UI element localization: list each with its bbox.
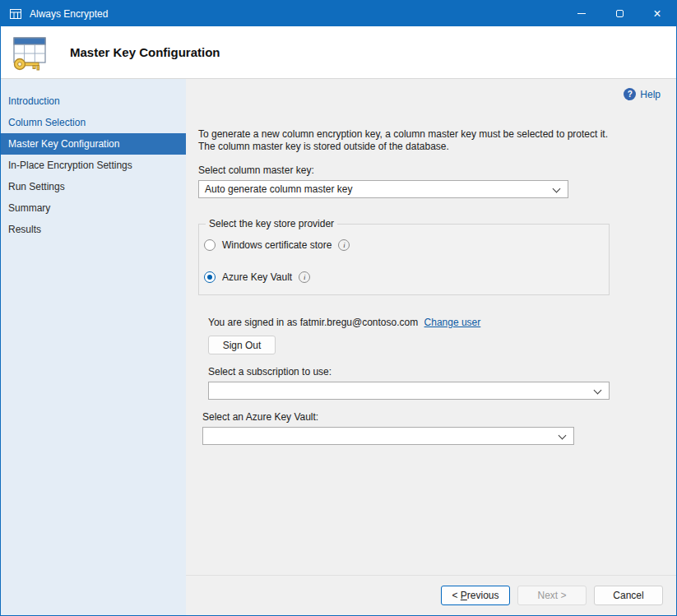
previous-button-rest: revious bbox=[467, 590, 499, 601]
main-column: ? Help To generate a new column encrypti… bbox=[186, 79, 676, 615]
info-icon[interactable]: i bbox=[299, 271, 310, 283]
page-content: ? Help To generate a new column encrypti… bbox=[186, 79, 676, 575]
help-icon: ? bbox=[624, 88, 636, 100]
azure-key-vault-label: Select an Azure Key Vault: bbox=[202, 411, 663, 423]
wizard-body: Introduction Column Selection Master Key… bbox=[1, 79, 676, 615]
radio-selected-icon bbox=[204, 271, 216, 283]
minimize-button[interactable] bbox=[563, 1, 600, 26]
sidebar-item-results[interactable]: Results bbox=[1, 219, 186, 240]
wizard-steps-sidebar: Introduction Column Selection Master Key… bbox=[1, 79, 186, 615]
sign-out-button[interactable]: Sign Out bbox=[208, 336, 276, 354]
master-key-dropdown[interactable]: Auto generate column master key bbox=[198, 180, 568, 198]
always-encrypted-app-icon bbox=[9, 7, 22, 21]
next-button[interactable]: Next > bbox=[517, 586, 587, 605]
chevron-down-icon bbox=[559, 432, 567, 440]
radio-azure-key-vault[interactable]: Azure Key Vault i bbox=[204, 271, 600, 283]
master-key-dropdown-value: Auto generate column master key bbox=[205, 183, 352, 195]
sidebar-item-run-settings[interactable]: Run Settings bbox=[1, 176, 186, 197]
sidebar-item-in-place-encryption-settings[interactable]: In-Place Encryption Settings bbox=[1, 155, 186, 176]
help-label: Help bbox=[640, 89, 661, 100]
wizard-header: Master Key Configuration bbox=[1, 26, 676, 79]
cancel-button[interactable]: Cancel bbox=[594, 586, 663, 605]
radio-unselected-icon bbox=[204, 239, 216, 251]
maximize-button[interactable] bbox=[600, 1, 638, 26]
sidebar-item-introduction[interactable]: Introduction bbox=[1, 90, 186, 112]
maximize-icon bbox=[616, 10, 624, 17]
help-link[interactable]: ? Help bbox=[624, 88, 661, 100]
intro-text: To generate a new column encryption key,… bbox=[198, 128, 622, 153]
sidebar-item-column-selection[interactable]: Column Selection bbox=[1, 112, 186, 133]
sidebar-item-summary[interactable]: Summary bbox=[1, 197, 186, 219]
minimize-icon bbox=[577, 13, 586, 14]
window-controls: × bbox=[563, 1, 676, 26]
page-title: Master Key Configuration bbox=[70, 45, 220, 59]
subscription-label: Select a subscription to use: bbox=[208, 366, 663, 377]
key-store-provider-group: Select the key store provider Windows ce… bbox=[198, 218, 610, 295]
chevron-down-icon bbox=[594, 387, 602, 395]
signin-text: You are signed in as fatmir.bregu@contos… bbox=[208, 317, 418, 328]
radio-azure-key-vault-label: Azure Key Vault bbox=[222, 271, 292, 283]
azure-key-vault-dropdown[interactable] bbox=[202, 427, 574, 445]
window-title: Always Encrypted bbox=[30, 8, 108, 20]
sidebar-item-master-key-configuration[interactable]: Master Key Configuration bbox=[1, 133, 186, 155]
chevron-down-icon bbox=[553, 185, 561, 193]
title-bar: Always Encrypted × bbox=[1, 1, 676, 26]
radio-windows-certificate-store-label: Windows certificate store bbox=[222, 239, 332, 251]
close-icon: × bbox=[653, 7, 661, 21]
always-encrypted-wizard-window: Always Encrypted × bbox=[0, 0, 677, 616]
previous-button[interactable]: < Previous bbox=[441, 586, 510, 605]
footer-bar: < Previous Next > Cancel bbox=[186, 575, 676, 615]
previous-button-prefix: < bbox=[452, 590, 460, 601]
key-store-provider-legend: Select the key store provider bbox=[206, 218, 337, 229]
subscription-dropdown[interactable] bbox=[208, 382, 610, 400]
previous-button-accesskey: P bbox=[461, 590, 467, 601]
signin-status: You are signed in as fatmir.bregu@contos… bbox=[208, 317, 663, 328]
change-user-link[interactable]: Change user bbox=[424, 317, 481, 328]
close-button[interactable]: × bbox=[638, 1, 676, 26]
radio-windows-certificate-store[interactable]: Windows certificate store i bbox=[204, 239, 600, 251]
table-key-icon bbox=[9, 33, 50, 72]
master-key-label: Select column master key: bbox=[198, 164, 663, 176]
info-icon[interactable]: i bbox=[338, 239, 350, 251]
